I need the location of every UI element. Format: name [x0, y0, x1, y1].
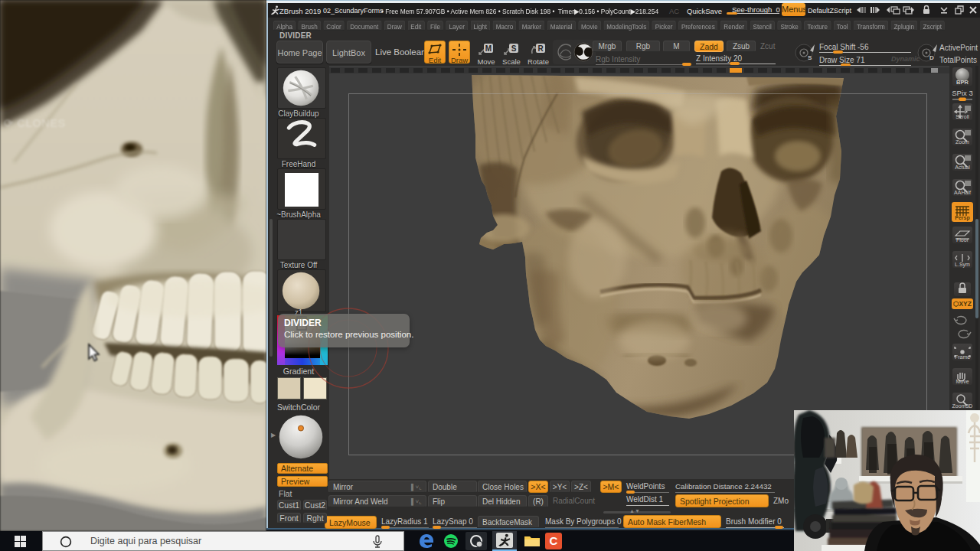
svg-text:SPix 3: SPix 3	[952, 89, 972, 97]
svg-text:S: S	[808, 54, 812, 61]
svg-text:Actual: Actual	[955, 165, 970, 170]
svg-text:Zoom: Zoom	[956, 139, 969, 145]
svg-text:⬡XYZ: ⬡XYZ	[953, 300, 972, 308]
svg-text:S: S	[511, 44, 517, 53]
svg-text:D: D	[929, 54, 934, 61]
svg-text:Frame: Frame	[955, 354, 970, 360]
svg-text:Zoom3D: Zoom3D	[952, 403, 973, 409]
svg-text:BPR: BPR	[956, 79, 969, 86]
svg-text:L.Sym: L.Sym	[955, 262, 970, 268]
svg-text:Scroll: Scroll	[956, 114, 969, 119]
svg-text:AAHalf: AAHalf	[954, 190, 971, 195]
svg-text:M: M	[485, 44, 492, 53]
svg-text:Move: Move	[956, 379, 969, 384]
svg-text:R: R	[537, 44, 544, 53]
svg-text:Persp: Persp	[955, 215, 969, 221]
svg-text:Floor: Floor	[956, 237, 969, 243]
